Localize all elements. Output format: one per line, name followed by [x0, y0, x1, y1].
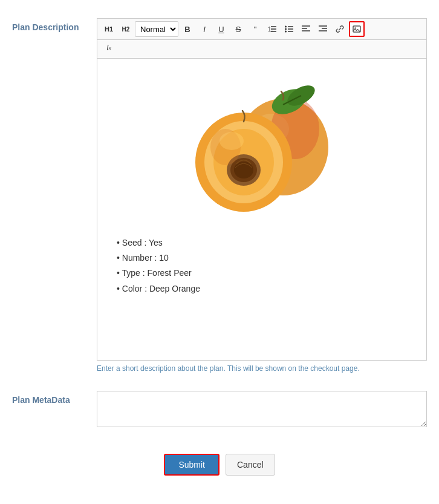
toolbar-h1-button[interactable]: H1	[101, 21, 117, 37]
submit-button[interactable]: Submit	[164, 454, 219, 476]
toolbar-bold-button[interactable]: B	[180, 21, 195, 37]
toolbar-link-button[interactable]	[332, 21, 348, 37]
svg-point-31	[219, 132, 244, 150]
toolbar-strikethrough-button[interactable]: S	[230, 21, 246, 37]
svg-point-6	[285, 31, 287, 33]
svg-point-4	[285, 26, 287, 28]
bullet-item-color: Color : Deep Orange	[117, 281, 417, 296]
bullet-item-seed: Seed : Yes	[117, 235, 417, 250]
form-button-row: Submit Cancel	[0, 454, 439, 488]
toolbar-quote-button[interactable]: "	[247, 21, 263, 37]
toolbar-format-select[interactable]: Normal	[135, 21, 178, 37]
toolbar-unordered-list-button[interactable]	[281, 21, 297, 37]
editor-bullet-list: Seed : Yes Number : 10 Type : Forest Pee…	[117, 235, 417, 296]
bullet-item-number: Number : 10	[117, 250, 417, 266]
plan-description-label: Plan Description	[12, 18, 97, 34]
plan-metadata-field	[97, 391, 427, 430]
editor-toolbar-row2: Ix	[97, 39, 427, 58]
toolbar-image-button[interactable]	[349, 21, 365, 37]
editor-hint-text: Enter a short description about the plan…	[97, 364, 427, 373]
cancel-button[interactable]: Cancel	[226, 454, 275, 476]
plan-metadata-row: Plan MetaData	[0, 385, 439, 436]
editor-image	[107, 68, 417, 226]
toolbar-h2-button[interactable]: H2	[118, 21, 134, 37]
plan-description-row: Plan Description H1 H2 Normal B I U S " …	[0, 12, 439, 379]
toolbar-clear-format-button[interactable]: Ix	[101, 40, 117, 56]
plan-description-field: H1 H2 Normal B I U S " 1.	[97, 18, 427, 373]
editor-content-area[interactable]: Seed : Yes Number : 10 Type : Forest Pee…	[97, 58, 427, 361]
plan-metadata-label: Plan MetaData	[12, 391, 97, 407]
toolbar-italic-button[interactable]: I	[197, 21, 212, 37]
toolbar-underline-button[interactable]: U	[213, 21, 229, 37]
toolbar-align-left-button[interactable]	[298, 21, 314, 37]
svg-point-5	[285, 28, 287, 30]
bullet-item-type: Type : Forest Peer	[117, 266, 417, 281]
plan-metadata-textarea[interactable]	[97, 391, 427, 427]
svg-point-17	[354, 27, 356, 28]
toolbar-ordered-list-button[interactable]: 1.	[264, 21, 280, 37]
toolbar-align-right-button[interactable]	[315, 21, 331, 37]
editor-toolbar-row1: H1 H2 Normal B I U S " 1.	[97, 18, 427, 39]
